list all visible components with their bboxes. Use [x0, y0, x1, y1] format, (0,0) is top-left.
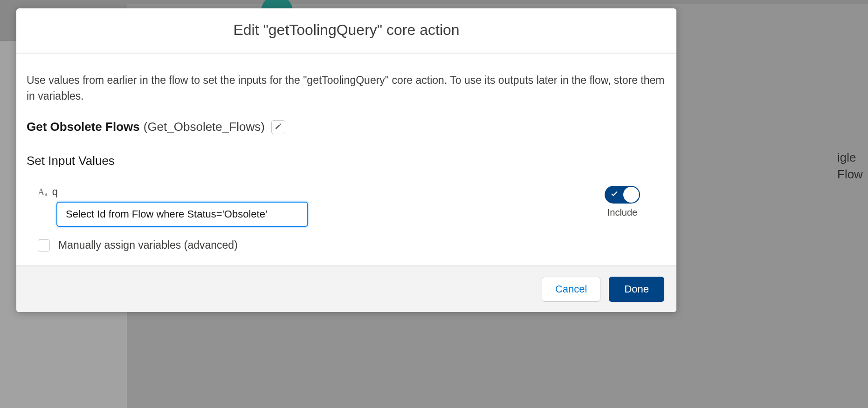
- include-toggle-label: Include: [607, 207, 638, 218]
- manual-assign-checkbox[interactable]: [38, 239, 50, 252]
- check-icon: [610, 190, 619, 200]
- set-input-values-heading: Set Input Values: [27, 154, 666, 168]
- edit-label-button[interactable]: [271, 120, 285, 134]
- modal-description: Use values from earlier in the flow to s…: [27, 72, 666, 104]
- done-button[interactable]: Done: [609, 277, 664, 302]
- include-toggle[interactable]: [605, 186, 640, 204]
- edit-action-modal: Edit "getToolingQuery" core action Use v…: [16, 8, 676, 312]
- include-toggle-group: Include: [605, 186, 666, 218]
- modal-header: Edit "getToolingQuery" core action: [16, 8, 676, 54]
- text-type-icon: Aa: [38, 187, 48, 197]
- canvas-element-partial: igle Flow: [834, 149, 868, 183]
- input-parameter-row: Aa q Include: [27, 186, 666, 227]
- query-input-label-line: Aa q: [38, 186, 308, 198]
- modal-title: Edit "getToolingQuery" core action: [28, 21, 665, 39]
- modal-body: Use values from earlier in the flow to s…: [16, 54, 676, 265]
- manual-assign-row: Manually assign variables (advanced): [27, 239, 666, 252]
- query-input[interactable]: [56, 202, 308, 227]
- modal-footer: Cancel Done: [16, 265, 676, 312]
- element-label: Get Obsolete Flows: [27, 120, 140, 134]
- query-input-group: Aa q: [38, 186, 308, 227]
- toggle-knob: [623, 187, 639, 203]
- element-identity-row: Get Obsolete Flows (Get_Obsolete_Flows): [27, 120, 666, 134]
- query-field-label: q: [52, 186, 58, 198]
- manual-assign-label: Manually assign variables (advanced): [58, 239, 238, 252]
- pencil-icon: [275, 122, 282, 131]
- element-api-name: (Get_Obsolete_Flows): [144, 120, 265, 134]
- cancel-button[interactable]: Cancel: [542, 277, 600, 302]
- canvas-top-strip: [0, 0, 868, 4]
